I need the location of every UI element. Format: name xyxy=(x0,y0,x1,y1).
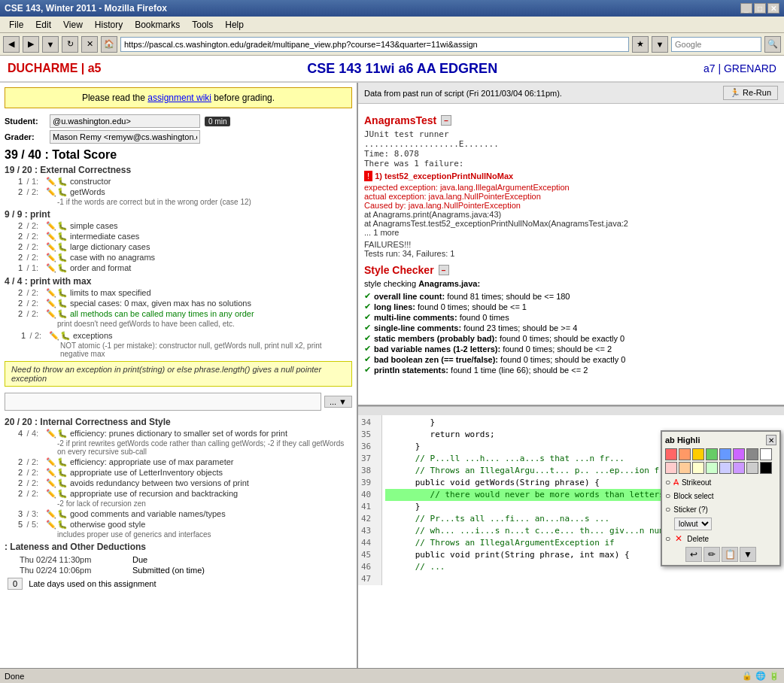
ann-edit-btn[interactable]: ✏ xyxy=(703,547,720,562)
status-icon2: 🌐 xyxy=(755,671,766,681)
ann-highlight-label: ab Highli xyxy=(665,436,700,445)
ann-sticker-radio[interactable]: ○ xyxy=(665,504,670,515)
anagrams-collapse-btn[interactable]: − xyxy=(441,115,451,126)
horizontal-scrollbar[interactable] xyxy=(358,406,784,415)
color-ltorange[interactable] xyxy=(679,462,691,474)
menu-file[interactable]: File xyxy=(3,18,29,32)
color-ltblue[interactable] xyxy=(719,462,731,474)
grader-input[interactable] xyxy=(50,130,200,144)
dropdown-row: ... ▼ xyxy=(5,390,352,414)
color-ltpurple[interactable] xyxy=(733,462,745,474)
ann-block-radio[interactable]: ○ xyxy=(665,490,670,501)
forward-btn[interactable]: ▶ xyxy=(23,36,39,53)
color-purple[interactable] xyxy=(733,448,745,460)
ann-strikeout-label: Strikeout xyxy=(682,478,711,487)
status-text: Done xyxy=(5,672,24,681)
submitted-label: Submitted (on time) xyxy=(132,566,205,575)
code-line: } xyxy=(385,417,781,429)
color-ltyellow[interactable] xyxy=(692,462,704,474)
score-simple: 2 / 2: ✏️🐛 simple cases xyxy=(5,221,352,231)
pencil-icon: ✏️ xyxy=(46,177,56,187)
deadlines: Thu 02/24 11:30pm Due Thu 02/24 10:06pm … xyxy=(5,555,352,575)
student-info: Student: 0 min Grader: xyxy=(5,114,352,144)
minimize-btn[interactable]: _ xyxy=(740,3,752,14)
address-input[interactable] xyxy=(120,37,629,52)
ann-strikeout-radio[interactable]: ○ xyxy=(665,477,670,487)
color-ltgreen[interactable] xyxy=(706,462,718,474)
submitted-date: Thu 02/24 10:06pm xyxy=(20,566,125,575)
ann-tools: ○ A Strikeout xyxy=(665,477,776,487)
search-input[interactable] xyxy=(671,37,761,52)
menu-tools[interactable]: Tools xyxy=(186,18,219,32)
site-header: DUCHARME | a5 CSE 143 11wi a6 AA EDGREN … xyxy=(0,56,784,83)
refresh-btn[interactable]: ↻ xyxy=(62,36,78,53)
ann-close-btn[interactable]: ✕ xyxy=(766,435,776,445)
failures-line: FAILURES!!! xyxy=(364,240,778,249)
print-max-section-title: 4 / 4 : print with max xyxy=(5,276,352,287)
color-orange[interactable] xyxy=(679,448,691,460)
comment-box[interactable] xyxy=(5,393,321,411)
bookmark-manage-btn[interactable]: ▼ xyxy=(652,36,668,53)
color-green[interactable] xyxy=(706,448,718,460)
warning-text-before: Please read the xyxy=(82,93,147,103)
header-center: CSE 143 11wi a6 AA EDGREN xyxy=(307,61,497,77)
student-email[interactable] xyxy=(50,114,200,128)
ann-copy-btn[interactable]: 📋 xyxy=(722,547,738,562)
bug-icon2: 🐛 xyxy=(57,187,68,197)
home-btn[interactable]: 🏠 xyxy=(101,36,117,53)
maximize-btn[interactable]: □ xyxy=(754,3,766,14)
header-left[interactable]: DUCHARME | a5 xyxy=(8,62,102,75)
check-multiline: ✔ multi-line comments: found 0 times xyxy=(364,312,778,322)
late-days-val: 0 xyxy=(8,578,23,590)
menu-bookmarks[interactable]: Bookmarks xyxy=(129,18,186,32)
check-static: ✔ static members (probably bad): found 0… xyxy=(364,333,778,343)
close-btn[interactable]: ✕ xyxy=(767,3,779,14)
stop-btn[interactable]: ✕ xyxy=(81,36,98,53)
menu-help[interactable]: Help xyxy=(219,18,250,32)
score-intermediate: 2 / 2: ✏️🐛 intermediate cases xyxy=(5,232,352,241)
color-black[interactable] xyxy=(760,462,772,474)
rerun-btn[interactable]: 🏃 Re-Run xyxy=(723,86,778,100)
score-efficiency: 4 / 4: ✏️🐛 efficiency: prunes dictionary… xyxy=(5,429,352,439)
history-dropdown-btn[interactable]: ▼ xyxy=(42,36,59,53)
ann-down-btn[interactable]: ▼ xyxy=(740,547,756,562)
score-row-constructor: 1 / 1: ✏️🐛 constructor xyxy=(5,177,352,187)
late-days-row: 0 Late days used on this assignment xyxy=(5,578,352,590)
color-white[interactable] xyxy=(760,448,772,460)
dropdown-btn[interactable]: ... ▼ xyxy=(324,396,352,408)
assignment-wiki-link[interactable]: assignment wiki xyxy=(147,93,211,103)
color-ltred[interactable] xyxy=(665,462,677,474)
warning-box: Please read the assignment wiki before g… xyxy=(5,87,352,108)
header-right[interactable]: a7 | GRENARD xyxy=(703,62,776,74)
menu-edit[interactable]: Edit xyxy=(29,18,57,32)
left-panel: Please read the assignment wiki before g… xyxy=(0,83,358,668)
color-red[interactable] xyxy=(665,448,677,460)
color-ltgray[interactable] xyxy=(746,462,758,474)
menu-history[interactable]: History xyxy=(89,18,129,32)
ann-strikeout-icon: A xyxy=(673,478,679,487)
color-yellow[interactable] xyxy=(692,448,704,460)
check-badnames: ✔ bad variable names (1-2 letters): foun… xyxy=(364,344,778,354)
ann-undo-btn[interactable]: ↩ xyxy=(685,547,702,562)
ann-delete-radio[interactable]: ○ xyxy=(665,533,670,544)
efficiency-note: -2 if print rewrites getWords code rathe… xyxy=(57,439,352,456)
score-comments: 3 / 3: ✏️🐛 good comments and variable na… xyxy=(5,509,352,519)
color-blue[interactable] xyxy=(719,448,731,460)
score-noanagrams: 2 / 2: ✏️🐛 case with no anagrams xyxy=(5,253,352,263)
yellow-note: Need to throw an exception in print(stri… xyxy=(5,361,352,387)
menu-bar: File Edit View History Bookmarks Tools H… xyxy=(0,17,784,33)
bookmark-btn[interactable]: ★ xyxy=(632,36,649,53)
ann-sticker-select[interactable]: lolwut xyxy=(674,518,712,530)
color-gray[interactable] xyxy=(746,448,758,460)
style-collapse-btn[interactable]: − xyxy=(439,265,449,275)
run-icon: 🏃 xyxy=(730,88,740,97)
grader-row: Grader: xyxy=(5,130,352,144)
window-controls[interactable]: _ □ ✕ xyxy=(740,3,779,14)
menu-view[interactable]: View xyxy=(57,18,89,32)
back-btn[interactable]: ◀ xyxy=(3,36,20,53)
submitted-row: Thu 02/24 10:06pm Submitted (on time) xyxy=(5,566,352,575)
time-badge: 0 min xyxy=(205,117,230,126)
style-checking-label: style checking Anagrams.java: xyxy=(364,279,778,288)
right-panel: Data from past run of script (Fri 2011/0… xyxy=(358,83,784,668)
search-go-btn[interactable]: 🔍 xyxy=(764,36,781,53)
